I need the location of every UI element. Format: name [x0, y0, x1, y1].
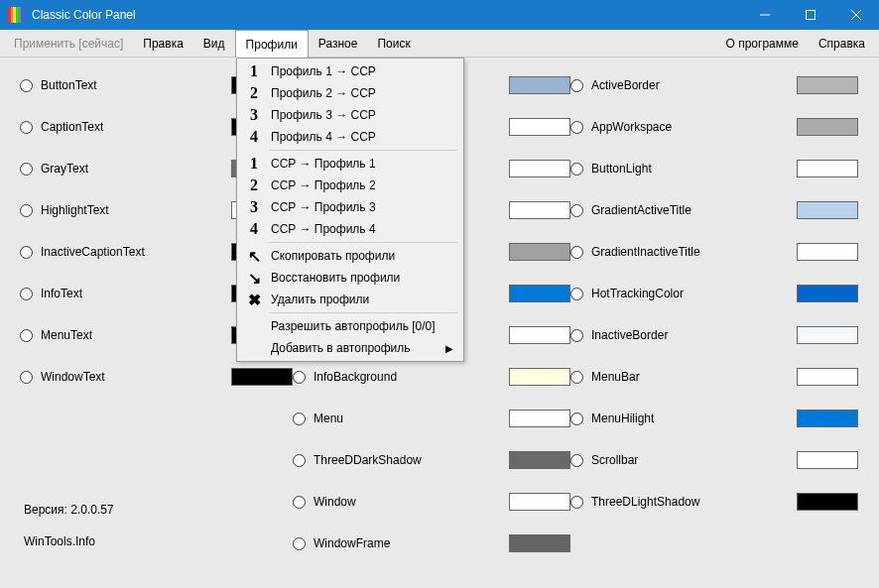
dd-ccp-to-profile4[interactable]: 4CCP → Профиль 4 — [239, 218, 461, 240]
color-label: GrayText — [41, 162, 223, 176]
color-swatch[interactable] — [509, 410, 570, 427]
color-swatch[interactable] — [797, 410, 858, 427]
dd-ccp-to-profile2[interactable]: 2CCP → Профиль 2 — [239, 175, 461, 196]
close-button[interactable] — [833, 0, 879, 30]
radio-button[interactable] — [293, 412, 306, 425]
color-swatch[interactable] — [797, 160, 858, 177]
dd-profile4-to-ccp[interactable]: 4Профиль 4 → CCP — [239, 126, 461, 148]
menu-help[interactable]: Справка — [809, 30, 875, 57]
radio-button[interactable] — [293, 537, 306, 550]
dd-delete-profiles[interactable]: ✖Удалить профили — [239, 289, 461, 310]
color-label: ThreeDDarkShadow — [314, 453, 501, 467]
radio-button[interactable] — [570, 288, 583, 300]
color-swatch[interactable] — [509, 534, 570, 552]
color-swatch[interactable] — [509, 76, 570, 94]
radio-button[interactable] — [20, 371, 33, 384]
color-swatch[interactable] — [509, 243, 570, 261]
color-swatch[interactable] — [797, 285, 858, 302]
color-swatch[interactable] — [509, 285, 570, 302]
radio-button[interactable] — [293, 371, 306, 384]
color-row: InactiveBorder — [570, 325, 858, 345]
color-swatch[interactable] — [509, 493, 570, 511]
dd-add-autoprofile[interactable]: Добавить в автопрофиль▶ — [239, 337, 461, 359]
menubar: Применить [сейчас] Правка Вид Профили Ра… — [0, 30, 879, 58]
radio-button[interactable] — [570, 163, 583, 176]
dd-ccp-to-profile1[interactable]: 1CCP → Профиль 1 — [239, 153, 461, 175]
radio-button[interactable] — [570, 246, 583, 259]
radio-button[interactable] — [20, 246, 33, 259]
color-swatch[interactable] — [797, 76, 858, 94]
menu-search[interactable]: Поиск — [367, 30, 420, 57]
radio-button[interactable] — [20, 288, 33, 300]
profiles-dropdown: 1Профиль 1 → CCP 2Профиль 2 → CCP 3Профи… — [236, 58, 464, 362]
color-label: Scrollbar — [591, 453, 789, 467]
radio-button[interactable] — [20, 163, 33, 176]
color-swatch[interactable] — [509, 160, 570, 177]
radio-button[interactable] — [570, 371, 583, 384]
minimize-button[interactable] — [742, 0, 788, 30]
arrow-down-right-icon: ↘ — [243, 269, 265, 288]
dd-profile3-to-ccp[interactable]: 3Профиль 3 → CCP — [239, 104, 461, 126]
color-swatch[interactable] — [231, 368, 293, 386]
number-2-icon: 2 — [243, 84, 265, 102]
dd-profile1-to-ccp[interactable]: 1Профиль 1 → CCP — [239, 60, 461, 82]
color-label: Window — [314, 495, 501, 509]
dd-ccp-to-profile3[interactable]: 3CCP → Профиль 3 — [239, 196, 461, 218]
color-label: InfoText — [41, 287, 223, 300]
number-3-icon: 3 — [243, 106, 265, 124]
color-swatch[interactable] — [509, 368, 570, 386]
color-row: ActiveBorder — [570, 75, 858, 95]
color-swatch[interactable] — [797, 118, 858, 136]
radio-button[interactable] — [570, 454, 583, 467]
menu-about[interactable]: О программе — [716, 30, 809, 57]
color-swatch[interactable] — [797, 368, 858, 386]
color-row: Scrollbar — [570, 450, 858, 470]
cross-icon: ✖ — [243, 291, 265, 309]
wintools-link[interactable]: WinTools.Info — [24, 534, 114, 548]
color-row: AppWorkspace — [570, 117, 858, 137]
color-swatch[interactable] — [509, 201, 570, 219]
color-swatch[interactable] — [797, 451, 858, 469]
radio-button[interactable] — [293, 454, 306, 467]
radio-button[interactable] — [570, 204, 583, 217]
color-label: MenuBar — [591, 370, 789, 384]
dd-profile2-to-ccp[interactable]: 2Профиль 2 → CCP — [239, 82, 461, 104]
color-swatch[interactable] — [509, 326, 570, 344]
number-4-icon: 4 — [243, 128, 265, 146]
color-row: ButtonLight — [570, 159, 858, 178]
menu-profiles[interactable]: Профили — [235, 30, 309, 58]
color-label: AppWorkspace — [591, 120, 789, 134]
dd-allow-autoprofile[interactable]: Разрешить автопрофиль [0/0] — [239, 315, 461, 337]
radio-button[interactable] — [293, 496, 306, 509]
color-swatch[interactable] — [509, 118, 570, 136]
color-label: ButtonText — [41, 78, 223, 92]
color-swatch[interactable] — [797, 493, 858, 511]
color-label: ButtonLight — [591, 162, 789, 176]
menu-misc[interactable]: Разное — [309, 30, 368, 57]
number-3-icon: 3 — [243, 198, 265, 216]
color-swatch[interactable] — [797, 201, 858, 219]
radio-button[interactable] — [20, 204, 33, 217]
number-1-icon: 1 — [243, 155, 265, 173]
menu-edit[interactable]: Правка — [133, 30, 193, 57]
color-label: HighlightText — [41, 203, 223, 217]
radio-button[interactable] — [570, 496, 583, 509]
radio-button[interactable] — [570, 79, 583, 92]
color-swatch[interactable] — [797, 326, 858, 344]
menu-apply[interactable]: Применить [сейчас] — [4, 30, 133, 57]
color-label: GradientInactiveTitle — [591, 245, 789, 259]
radio-button[interactable] — [570, 412, 583, 425]
radio-button[interactable] — [20, 79, 33, 92]
radio-button[interactable] — [570, 121, 583, 134]
dd-copy-profiles[interactable]: ↖Скопировать профили — [239, 245, 461, 267]
radio-button[interactable] — [20, 329, 33, 342]
menu-view[interactable]: Вид — [193, 30, 235, 57]
titlebar: Classic Color Panel — [0, 0, 879, 30]
color-swatch[interactable] — [797, 243, 858, 261]
maximize-button[interactable] — [788, 0, 833, 30]
color-swatch[interactable] — [509, 451, 570, 469]
radio-button[interactable] — [20, 121, 33, 134]
color-label: HotTrackingColor — [591, 287, 789, 300]
dd-restore-profiles[interactable]: ↘Восстановить профили — [239, 267, 461, 289]
radio-button[interactable] — [570, 329, 583, 342]
